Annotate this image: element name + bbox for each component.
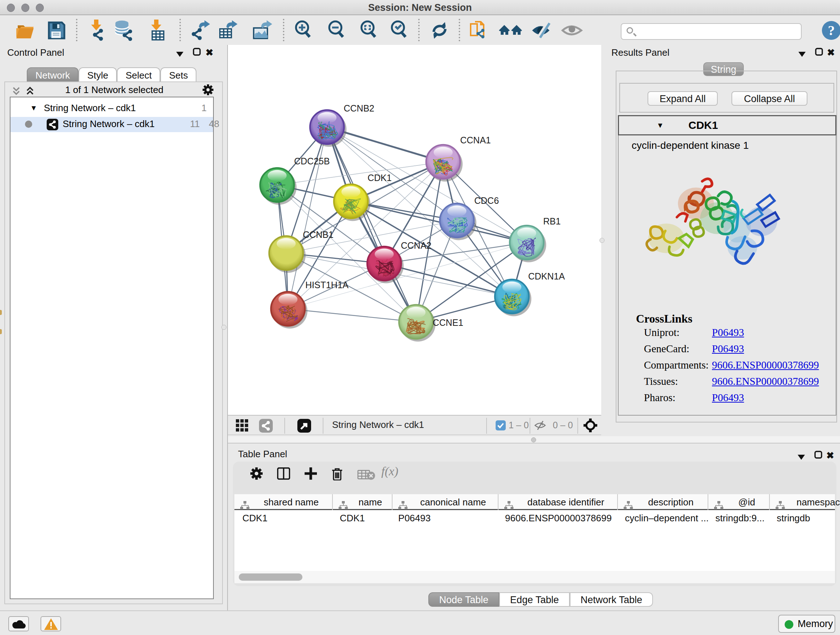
svg-text:CCNB2: CCNB2 [344, 103, 374, 113]
svg-text:CCNE1: CCNE1 [433, 318, 463, 328]
svg-text:CDC25B: CDC25B [294, 156, 330, 166]
svg-text:?: ? [828, 23, 835, 38]
svg-text:CDC6: CDC6 [474, 195, 499, 206]
svg-text:CDKN1A: CDKN1A [528, 271, 565, 281]
svg-text:RB1: RB1 [543, 216, 561, 226]
svg-text:CCNB1: CCNB1 [303, 230, 333, 240]
svg-text:CCNA2: CCNA2 [401, 241, 431, 250]
svg-text:HIST1H1A: HIST1H1A [305, 280, 349, 290]
svg-text:CCNA1: CCNA1 [460, 135, 491, 145]
svg-text:CDK1: CDK1 [368, 173, 392, 183]
